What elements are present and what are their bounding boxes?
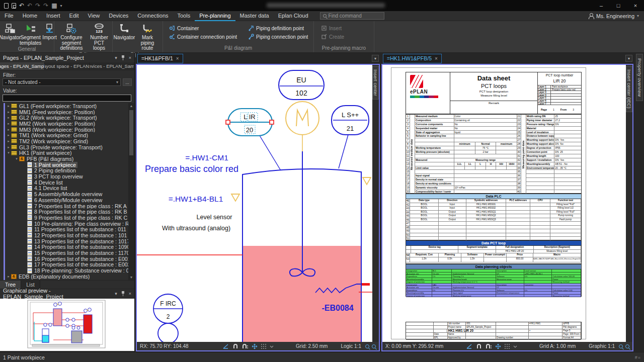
tree-item[interactable]: ▸MM2 (Work workpiece: Position) <box>0 121 128 127</box>
zoom-icon[interactable] <box>619 344 623 348</box>
segment-templates-button[interactable]: Segment templates <box>19 23 42 46</box>
edit-box-icon[interactable]: ▦ <box>51 3 57 9</box>
expand-arrow-icon[interactable]: ▸ <box>6 128 11 132</box>
expand-arrow-icon[interactable]: ▸ <box>6 122 11 126</box>
expand-arrow-icon[interactable]: ▸ <box>6 145 11 149</box>
tree-item[interactable]: 10 Pre-planning: Pipe class overview : R… <box>0 221 128 227</box>
expand-arrow-icon[interactable]: ▾ <box>6 151 11 155</box>
tree-item[interactable]: ▸&EDB (Explanatory documents) <box>0 274 128 280</box>
value-input[interactable] <box>3 95 131 102</box>
menu-master-data[interactable]: Master data <box>235 11 274 21</box>
selection-handle[interactable] <box>270 120 274 124</box>
snap-toolbar[interactable] <box>466 343 517 349</box>
tree-item[interactable]: 7 Properties list of the pipe class : RK… <box>0 203 128 209</box>
panel-menu-icon[interactable]: ▾ <box>115 291 117 296</box>
container-conn-point-button[interactable]: Container connection point <box>167 33 239 40</box>
menu-tools[interactable]: Tools <box>173 11 195 21</box>
menu-file[interactable]: File <box>0 11 18 21</box>
tree-item[interactable]: ▾&PFB (P&I diagrams) <box>0 156 128 162</box>
expand-arrow-icon[interactable]: ▾ <box>14 157 19 161</box>
instrument-ls-21[interactable]: L S++ 21 <box>332 106 369 168</box>
tree-item[interactable]: 9 Properties list of the pipe class : RK… <box>0 215 128 221</box>
navigator-button[interactable]: Navigator <box>1 23 19 41</box>
tree-item[interactable]: 1 Paint workpiece <box>0 162 128 168</box>
menu-pre-planning[interactable]: Pre-planning <box>195 11 235 21</box>
expand-arrow-icon[interactable]: ▸ <box>6 275 11 279</box>
expand-arrow-icon[interactable]: ▸ <box>6 110 11 114</box>
menu-eplan-cloud[interactable]: Eplan Cloud <box>274 11 313 21</box>
scrollbar-thumb[interactable] <box>129 110 133 155</box>
undo-icon[interactable]: ↶ <box>19 3 24 9</box>
tab-close-icon[interactable]: × <box>435 56 438 61</box>
tree-item[interactable]: 5 Assembly/Module overview <box>0 191 128 197</box>
tree-item[interactable]: ▸GL1 (Feed workpiece: Transport) <box>0 103 128 109</box>
tree-item[interactable]: 2 Piping definition <box>0 168 128 174</box>
scale-setting[interactable]: Graphic 1:1 <box>589 343 615 349</box>
label-eb0084[interactable]: -EB0084 <box>321 304 353 312</box>
insert-macro-button[interactable]: Insert <box>319 25 346 32</box>
menu-insert[interactable]: Insert <box>42 11 65 21</box>
mark-piping-route-button[interactable]: Mark piping route <box>135 23 160 52</box>
insert-center-tab[interactable]: Insert center <box>372 66 379 100</box>
menu-home[interactable]: Home <box>18 11 42 21</box>
insert-center-iec-tab[interactable]: Insert center (IEC) <box>626 66 632 112</box>
scale-setting[interactable]: Logic 1:1 <box>341 343 361 349</box>
label-sensor-line1[interactable]: Level sensor <box>197 214 232 221</box>
motor-symbol[interactable] <box>286 102 319 135</box>
label-prepare[interactable]: Prepare basic color red <box>145 164 238 174</box>
pin-icon[interactable] <box>121 55 125 60</box>
tab-layout-space[interactable]: Layout space - EPLAN... <box>45 62 90 70</box>
piping-definition-point-button[interactable]: Piping definition point <box>246 25 310 32</box>
panel-menu-icon[interactable]: ▾ <box>115 55 117 60</box>
tree-item[interactable]: 4.1 Device list <box>0 186 128 192</box>
tab-pages[interactable]: Pages - EPLAN_Sampl... <box>0 62 45 70</box>
instrument-eu-102[interactable]: EU 102 <box>279 70 324 100</box>
tab-close-icon[interactable]: × <box>176 56 179 61</box>
expand-arrow-icon[interactable]: ▸ <box>6 133 11 137</box>
tab-list-dropdown-icon[interactable]: ▾ <box>372 55 379 62</box>
create-macro-button[interactable]: Create <box>319 33 346 40</box>
grid-setting[interactable]: Grid A: 1.00 mm <box>539 343 576 349</box>
zoom-icon[interactable] <box>365 344 369 348</box>
undo-list-icon[interactable]: ↶ <box>27 3 32 9</box>
property-overview-tab[interactable]: Property overview <box>636 54 643 101</box>
expand-arrow-icon[interactable]: ▸ <box>6 116 11 120</box>
panel-close-icon[interactable]: × <box>129 55 131 60</box>
editor-tab-hk1-pfb-1[interactable]: =HK1&PFB/1 × <box>137 54 183 63</box>
menu-edit[interactable]: Edit <box>65 11 84 21</box>
redo-list-icon[interactable]: ↷ <box>43 3 48 9</box>
zoom-icon[interactable] <box>372 344 376 348</box>
tree-item[interactable]: ▾HK1 (Paint workpiece) <box>0 150 128 156</box>
tab-list-dropdown-icon[interactable]: ▾ <box>625 55 632 62</box>
tree-item[interactable]: 11 Properties list of the substance : 01… <box>0 226 128 232</box>
expand-arrow-icon[interactable]: ▸ <box>6 139 11 143</box>
tree-item[interactable]: 3 PCT loop overview <box>0 173 128 179</box>
zoom-icon[interactable] <box>625 344 629 348</box>
panel-close-icon[interactable]: × <box>129 291 131 296</box>
maximize-button[interactable]: □ <box>610 0 627 11</box>
menu-view[interactable]: View <box>84 11 105 21</box>
tree-item[interactable]: ▸TM2 (Work workpiece: Grind) <box>0 138 128 144</box>
new-page-icon[interactable] <box>4 3 9 9</box>
selection-handle[interactable] <box>226 120 230 124</box>
tree-item[interactable]: ▸MM3 (Work workpiece: Position) <box>0 127 128 133</box>
tree-scrollbar[interactable]: ▲ ▼ <box>128 103 134 280</box>
tree-item[interactable]: 17 Properties list of the substance : E0… <box>0 262 128 268</box>
pin-icon[interactable] <box>121 291 125 296</box>
number-pct-loops-button[interactable]: 123 Number PCT loops <box>88 23 111 52</box>
tree-item[interactable]: ▸GL2 (Work workpiece: Transport) <box>0 115 128 121</box>
tree-item[interactable]: ▸TM1 (Work workpiece: Grind) <box>0 132 128 138</box>
container-button[interactable]: Container <box>167 25 239 32</box>
tree-item[interactable]: 18 Pre-planning: Substance overview : 01… <box>0 267 128 274</box>
grid-setting[interactable]: Grid: 2.50 mm <box>296 343 328 349</box>
tab-devices[interactable]: Devices - EPLAN_Sam... <box>90 62 134 70</box>
tree-item[interactable]: 16 Properties list of the substance : E0… <box>0 256 128 262</box>
find-command-box[interactable]: Find command <box>320 12 384 20</box>
datasheet-canvas[interactable]: ePLAN Data sheet PCT loops PCT loop desi… <box>382 65 626 342</box>
minimize-button[interactable]: – <box>593 0 610 11</box>
tree-item[interactable]: 15 Properties list of the substance : 11… <box>0 250 128 256</box>
menu-connections[interactable]: Connections <box>133 11 173 21</box>
piping-connection-point-button[interactable]: Piping connection point <box>246 33 310 40</box>
tree-item[interactable]: 12 Properties list of the substance : 10… <box>0 232 128 238</box>
redo-icon[interactable]: ↷ <box>35 3 40 9</box>
